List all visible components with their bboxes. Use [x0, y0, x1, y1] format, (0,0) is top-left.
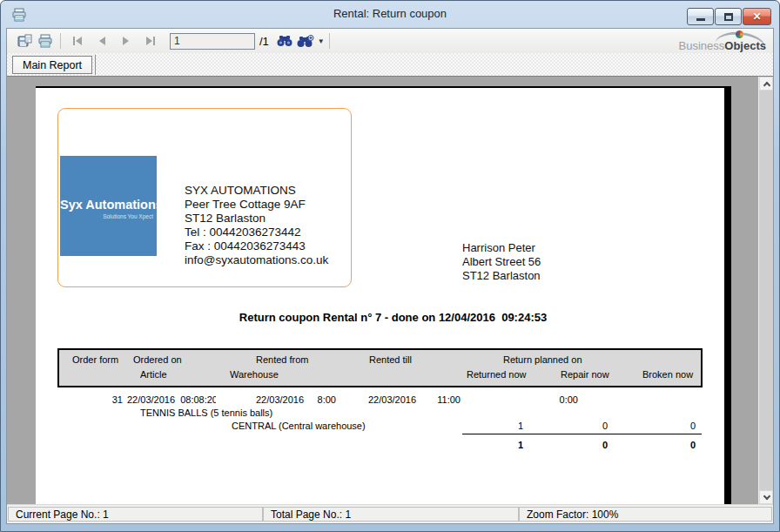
- company-coupon-frame: Syx Automations Solutions You Xpect SYX …: [57, 108, 352, 287]
- cell-rented-till-time: 11:00: [421, 394, 461, 405]
- scroll-down-button[interactable]: [759, 490, 773, 504]
- logo-globe-icon: [736, 30, 743, 38]
- logo-name: Syx Automations: [60, 198, 157, 212]
- cell-broken-now: 0: [643, 421, 696, 431]
- minimize-icon: [696, 18, 705, 21]
- close-button[interactable]: ✕: [743, 8, 771, 25]
- client-area: /1: [6, 28, 774, 524]
- find-binoculars-icon: [277, 35, 292, 47]
- cell-rented-from-time: 8:00: [297, 394, 336, 405]
- company-fax: Fax : 00442036273443: [185, 239, 328, 253]
- total-returned-now: 1: [471, 440, 523, 450]
- page-number-input[interactable]: [170, 33, 255, 50]
- toolbar: /1: [7, 29, 773, 53]
- col-rented-till: Rented till: [369, 354, 412, 365]
- status-current-page: Current Page No.: 1: [8, 507, 263, 522]
- col-broken-now: Broken now: [642, 369, 693, 380]
- total-broken-now: 0: [643, 440, 696, 450]
- col-return-planned-on: Return planned on: [503, 354, 582, 365]
- col-ordered-on: Ordered on: [133, 354, 182, 365]
- company-address-block: SYX AUTOMATIONS Peer Tree Cottage 9AF ST…: [185, 184, 328, 267]
- cell-article: TENNIS BALLS (5 tennis balls): [140, 407, 272, 418]
- print-icon: [37, 34, 53, 48]
- tab-strip: Main Report: [7, 53, 773, 76]
- export-button[interactable]: [14, 31, 35, 51]
- last-page-icon: [145, 37, 156, 45]
- company-city: ST12 Barlaston: [185, 212, 328, 226]
- tab-main-report-label: Main Report: [23, 59, 82, 71]
- customer-city: ST12 Barlaston: [462, 269, 541, 283]
- zoom-dropdown-caret[interactable]: ▼: [318, 37, 325, 45]
- cell-warehouse: CENTRAL (Central warehouse): [232, 421, 366, 431]
- last-page-button[interactable]: [138, 31, 163, 51]
- window-title: Rental: Return coupon: [1, 7, 779, 20]
- business-objects-logo: BusinessObjects: [663, 31, 768, 53]
- vertical-scrollbar[interactable]: [758, 77, 773, 504]
- col-repair-now: Repair now: [561, 369, 609, 380]
- maximize-button[interactable]: [715, 8, 742, 25]
- export-icon: [17, 34, 32, 48]
- customer-address-block: Harrison Peter Albert Street 56 ST12 Bar…: [462, 241, 541, 283]
- company-tel: Tel : 00442036273442: [185, 226, 328, 239]
- next-page-button[interactable]: [114, 31, 138, 51]
- table-header: Order form Ordered on Rented from Rented…: [57, 348, 703, 387]
- cell-rented-till-date: 22/03/2016: [368, 394, 416, 405]
- status-total-page: Total Page No.: 1: [263, 507, 519, 522]
- previous-page-button[interactable]: [90, 31, 114, 51]
- report-viewport: Syx Automations Solutions You Xpect SYX …: [7, 76, 773, 504]
- chevron-down-icon: [763, 493, 770, 500]
- syx-automations-logo: Syx Automations Solutions You Xpect: [60, 156, 157, 256]
- first-page-icon: [72, 37, 83, 45]
- total-repair-now: 0: [555, 440, 608, 450]
- page-total-label: /1: [259, 35, 269, 48]
- brand-word-objects: Objects: [724, 39, 766, 52]
- report-viewer-window: Rental: Return coupon ✕: [0, 0, 780, 532]
- status-zoom-factor: Zoom Factor: 100%: [519, 507, 772, 522]
- col-article: Article: [140, 369, 167, 380]
- print-button[interactable]: [35, 31, 56, 51]
- col-warehouse: Warehouse: [230, 369, 279, 380]
- previous-page-icon: [98, 37, 105, 45]
- customer-name: Harrison Peter: [462, 241, 541, 255]
- brand-word-business: Business: [679, 39, 725, 52]
- minimize-button[interactable]: [687, 8, 714, 25]
- tab-separator: [95, 55, 96, 75]
- maximize-icon: [724, 13, 733, 21]
- cell-returned-now: 1: [471, 421, 523, 431]
- cell-return-planned: 0:00: [543, 394, 578, 405]
- zoom-binoculars-icon: [297, 35, 314, 48]
- status-bar: Current Page No.: 1 Total Page No.: 1 Zo…: [7, 504, 773, 523]
- report-title: Return coupon Rental n° 7 - done on 12/0…: [36, 311, 724, 324]
- chevron-up-icon: [763, 82, 770, 89]
- cell-repair-now: 0: [555, 421, 608, 431]
- report-page: Syx Automations Solutions You Xpect SYX …: [36, 86, 731, 504]
- first-page-button[interactable]: [65, 31, 90, 51]
- toolbar-separator: [329, 33, 330, 49]
- close-icon: ✕: [743, 9, 770, 24]
- logo-tagline: Solutions You Xpect: [103, 213, 153, 219]
- col-order-form: Order form: [72, 354, 118, 365]
- find-text-button[interactable]: [274, 31, 295, 51]
- col-rented-from: Rented from: [256, 354, 309, 365]
- zoom-button[interactable]: [295, 31, 316, 51]
- company-email: info@syxautomations.co.uk: [185, 253, 328, 267]
- toolbar-separator: [60, 33, 61, 49]
- totals-separator-line: [462, 434, 702, 434]
- title-bar: Rental: Return coupon ✕: [1, 1, 779, 28]
- customer-street: Albert Street 56: [462, 255, 541, 269]
- cell-ordered-on: 22/03/2016 08:08:20: [127, 394, 216, 405]
- cell-order-form: 31: [97, 394, 123, 405]
- company-name: SYX AUTOMATIONS: [185, 184, 328, 198]
- next-page-icon: [123, 37, 130, 45]
- tab-main-report[interactable]: Main Report: [12, 56, 92, 74]
- col-returned-now: Returned now: [467, 369, 527, 380]
- scroll-up-button[interactable]: [759, 77, 773, 91]
- company-street: Peer Tree Cottage 9AF: [185, 198, 328, 212]
